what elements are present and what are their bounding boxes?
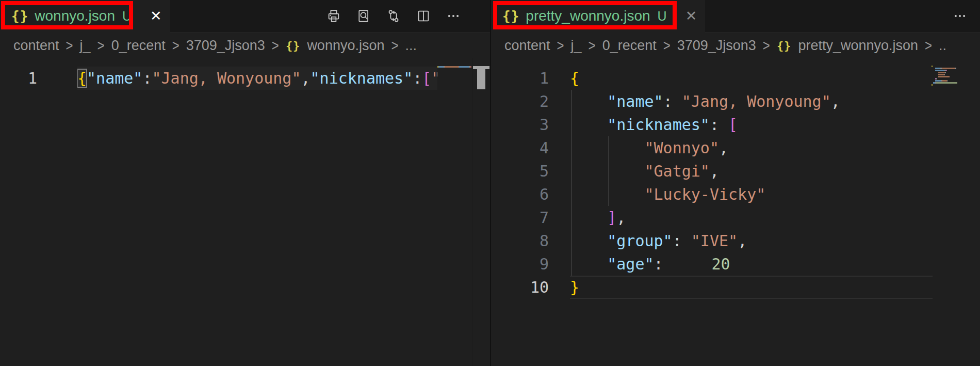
code-line[interactable]: 5 "Gatgi", xyxy=(491,160,980,183)
breadcrumb-item[interactable]: pretty_wonnyo.json xyxy=(798,38,918,54)
print-icon[interactable] xyxy=(326,8,341,24)
editor-right[interactable]: 1{2 "name": "Jang, Wonyoung",3 "nickname… xyxy=(491,58,980,366)
code-token: "Jang, Wonyoung" xyxy=(682,92,831,110)
code-line[interactable]: 6 "Lucky-Vicky" xyxy=(491,183,980,206)
breadcrumb-item[interactable]: content xyxy=(13,38,59,54)
line-number: 6 xyxy=(491,183,570,206)
scrollbar-thumb[interactable] xyxy=(477,66,485,89)
breadcrumb-separator: > xyxy=(557,37,564,55)
code-token: "Wonnyo" xyxy=(645,139,720,157)
breadcrumb: content>j_>0_recent>3709_Jjson3>{}wonnyo… xyxy=(0,33,490,58)
line-number: 1 xyxy=(491,67,570,90)
close-icon[interactable]: ✕ xyxy=(685,8,697,24)
editor-toolbar-left xyxy=(326,0,490,32)
line-number: 1 xyxy=(0,67,77,90)
line-number: 7 xyxy=(491,206,570,229)
line-number: 4 xyxy=(491,136,570,160)
breadcrumb-item[interactable]: j_ xyxy=(571,38,582,54)
breadcrumb-separator: > xyxy=(589,37,596,55)
code-token: { xyxy=(570,69,579,87)
code-token: : xyxy=(673,232,691,250)
code-token: : xyxy=(710,116,728,134)
code-token: : xyxy=(663,92,682,110)
minimap[interactable] xyxy=(437,66,471,68)
split-editor-icon[interactable] xyxy=(416,8,431,24)
more-actions-icon[interactable] xyxy=(952,8,968,24)
code-line[interactable]: 10} xyxy=(491,276,980,299)
breadcrumb-separator: > xyxy=(66,37,73,55)
code-line[interactable]: 3 "nicknames": [ xyxy=(491,113,980,136)
code-token: [ xyxy=(422,69,431,87)
code-token xyxy=(570,209,607,227)
compare-changes-icon[interactable] xyxy=(386,8,401,24)
code-token xyxy=(570,185,645,203)
breadcrumb-item[interactable]: .. xyxy=(939,38,946,54)
code-token xyxy=(570,162,645,180)
indent-guide xyxy=(571,90,572,276)
code-token: "group" xyxy=(607,232,672,250)
breadcrumb-separator: > xyxy=(97,37,105,55)
json-file-icon: {} xyxy=(777,39,792,52)
breadcrumb-item[interactable]: 0_recent xyxy=(111,38,166,54)
breadcrumb-item[interactable]: content xyxy=(504,38,550,54)
breadcrumb-item[interactable]: 0_recent xyxy=(602,38,657,54)
code-token: : xyxy=(654,255,673,273)
code-token: ] xyxy=(607,209,616,227)
line-number: 10 xyxy=(491,276,570,299)
code-token: "Lucky-Vicky" xyxy=(645,185,766,203)
code-line[interactable]: 9 "age": 20 xyxy=(491,252,980,276)
code-token: "name" xyxy=(607,92,663,110)
line-number: 3 xyxy=(491,113,570,136)
breadcrumb-separator: > xyxy=(272,37,279,55)
code-line[interactable]: 4 "Wonnyo", xyxy=(491,136,980,160)
code-token: "IVE" xyxy=(691,232,738,250)
minimap[interactable] xyxy=(932,66,957,86)
editor-group-left: {} wonnyo.json U ✕ xyxy=(0,0,490,366)
code-token: , xyxy=(719,139,728,157)
breadcrumb-item[interactable]: 3709_Jjson3 xyxy=(677,38,756,54)
code-line[interactable]: 1{"name":"Jang, Wonyoung","nicknames":[" xyxy=(0,67,490,90)
code-token: , xyxy=(616,209,626,227)
breadcrumb-separator: > xyxy=(925,37,932,55)
code-token: , xyxy=(738,232,747,250)
minimap-content xyxy=(437,66,471,68)
scrollbar[interactable] xyxy=(472,58,490,366)
breadcrumb-item[interactable]: j_ xyxy=(80,38,91,54)
breadcrumb-separator: > xyxy=(172,37,179,55)
code-token xyxy=(570,232,607,250)
annotation-red-box-left-tab xyxy=(1,1,133,29)
code-token: : xyxy=(413,69,422,87)
code-token: "Gatgi" xyxy=(645,162,710,180)
minimap-content xyxy=(932,66,957,86)
code-token: "Jang, Wonyoung" xyxy=(152,69,301,87)
json-file-icon: {} xyxy=(286,39,301,52)
code-token xyxy=(570,116,607,134)
code-token: , xyxy=(831,92,840,110)
code-token: 20 xyxy=(673,252,752,276)
code-token: : xyxy=(142,69,152,87)
code-token xyxy=(570,255,607,273)
code-line[interactable]: 7 ], xyxy=(491,206,980,229)
code-token: } xyxy=(570,278,579,296)
code-token: " xyxy=(431,69,437,87)
line-number: 9 xyxy=(491,252,570,276)
code-token: , xyxy=(710,162,719,180)
more-actions-icon[interactable] xyxy=(446,8,461,24)
line-number: 2 xyxy=(491,90,570,113)
editor-group-right: {} pretty_wonnyo.json U ✕ content>j_>0_r… xyxy=(490,0,980,366)
breadcrumb-item[interactable]: ... xyxy=(405,38,417,54)
code-token: "nicknames" xyxy=(311,69,413,87)
breadcrumb-item[interactable]: wonnyo.json xyxy=(307,38,384,54)
code-token xyxy=(570,92,607,110)
code-token: , xyxy=(301,69,310,87)
code-line[interactable]: 2 "name": "Jang, Wonyoung", xyxy=(491,90,980,113)
line-number: 5 xyxy=(491,160,570,183)
search-editor-icon[interactable] xyxy=(356,8,371,24)
editor-left[interactable]: 1{"name":"Jang, Wonyoung","nicknames":[" xyxy=(0,58,490,366)
code-line[interactable]: 1{ xyxy=(491,67,980,90)
close-icon[interactable]: ✕ xyxy=(150,8,162,24)
code-area: 1{2 "name": "Jang, Wonyoung",3 "nickname… xyxy=(491,67,980,299)
code-line[interactable]: 8 "group": "IVE", xyxy=(491,229,980,252)
breadcrumb-item[interactable]: 3709_Jjson3 xyxy=(186,38,265,54)
breadcrumb-separator: > xyxy=(763,37,770,55)
